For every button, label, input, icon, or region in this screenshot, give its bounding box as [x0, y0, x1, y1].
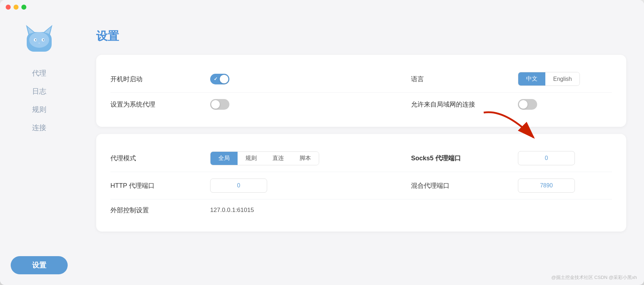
lang-chinese-button[interactable]: 中文	[518, 72, 545, 86]
svg-point-8	[35, 39, 36, 41]
socks5-port-input[interactable]	[518, 151, 575, 165]
proxy-mode-label: 代理模式	[110, 154, 210, 162]
startup-label: 开机时启动	[110, 75, 210, 83]
svg-point-9	[43, 39, 44, 41]
proxy-mode-control: 全局 规则 直连 脚本	[210, 151, 411, 165]
close-button[interactable]	[6, 5, 11, 10]
main-content: 设置 开机时启动 ✓ 语言	[78, 14, 644, 285]
language-selector: 中文 English	[518, 72, 580, 86]
settings-row-external: 外部控制设置 127.0.0.1:61015	[110, 200, 612, 221]
sidebar-item-settings[interactable]: 设置	[11, 256, 68, 274]
maximize-button[interactable]	[21, 5, 26, 10]
sidebar-item-connections[interactable]: 连接	[11, 119, 68, 137]
http-port-label: HTTP 代理端口	[110, 181, 210, 190]
lan-section: 允许来自局域网的连接	[411, 99, 612, 110]
svg-point-5	[29, 32, 49, 48]
system-proxy-toggle-thumb	[211, 100, 220, 109]
external-value: 127.0.0.1:61015	[210, 207, 612, 214]
app-body: 代理 日志 规则 连接 设置 设置	[0, 14, 644, 285]
mode-tab-global[interactable]: 全局	[211, 152, 238, 165]
proxy-mode-tabs: 全局 规则 直连 脚本	[210, 151, 319, 165]
settings-row-proxy-mode: 代理模式 全局 规则 直连 脚本 Socks5 代理端口	[110, 145, 612, 172]
minimize-button[interactable]	[14, 5, 19, 10]
app-logo	[23, 21, 55, 53]
svg-point-10	[38, 43, 40, 44]
startup-toggle-control: ✓	[210, 74, 411, 84]
lan-toggle-thumb	[519, 100, 528, 109]
lan-toggle[interactable]	[518, 99, 537, 110]
external-address: 127.0.0.1:61015	[210, 207, 254, 214]
lang-english-button[interactable]: English	[545, 72, 580, 86]
http-port-input[interactable]	[210, 178, 267, 193]
sidebar-item-log[interactable]: 日志	[11, 82, 68, 100]
system-proxy-toggle[interactable]	[210, 99, 229, 110]
lan-toggle-control	[518, 99, 612, 110]
language-control: 中文 English	[518, 72, 612, 86]
mixed-port-label: 混合代理端口	[411, 181, 511, 190]
titlebar	[0, 0, 644, 14]
toggle-check-icon: ✓	[214, 76, 218, 82]
startup-toggle[interactable]: ✓	[210, 74, 229, 84]
mode-tab-direct[interactable]: 直连	[265, 152, 292, 165]
watermark: @掘土挖金技术社区 CSDN @采彩小黑xh	[551, 274, 637, 281]
mixed-port-input[interactable]	[518, 178, 575, 193]
sidebar-nav: 代理 日志 规则 连接 设置	[0, 64, 78, 274]
language-label: 语言	[411, 75, 511, 83]
language-section: 语言 中文 English	[411, 72, 612, 86]
mode-tab-script[interactable]: 脚本	[292, 152, 319, 165]
settings-row-system-proxy: 设置为系统代理 允许来自局域网的连接	[110, 93, 612, 116]
startup-toggle-thumb	[220, 75, 228, 83]
settings-card-general: 开机时启动 ✓ 语言 中文 English	[96, 55, 626, 127]
socks5-control	[518, 151, 612, 165]
page-title: 设置	[96, 28, 626, 44]
sidebar-item-proxy[interactable]: 代理	[11, 64, 68, 82]
app-window: 代理 日志 规则 连接 设置 设置	[0, 0, 644, 285]
mixed-port-control	[518, 178, 612, 193]
system-proxy-control	[210, 99, 411, 110]
http-port-control	[210, 178, 411, 193]
system-proxy-label: 设置为系统代理	[110, 100, 210, 109]
sidebar: 代理 日志 规则 连接 设置	[0, 14, 78, 285]
external-label: 外部控制设置	[110, 206, 210, 214]
mixed-port-section: 混合代理端口	[411, 178, 612, 193]
sidebar-item-rules[interactable]: 规则	[11, 100, 68, 119]
mode-tab-rule[interactable]: 规则	[238, 152, 265, 165]
lan-label: 允许来自局域网的连接	[411, 100, 511, 109]
socks5-section: Socks5 代理端口	[411, 151, 612, 165]
settings-card-proxy: 代理模式 全局 规则 直连 脚本 Socks5 代理端口	[96, 134, 626, 232]
settings-row-startup: 开机时启动 ✓ 语言 中文 English	[110, 66, 612, 93]
socks5-label: Socks5 代理端口	[411, 154, 511, 162]
settings-row-http-port: HTTP 代理端口 混合代理端口	[110, 172, 612, 200]
